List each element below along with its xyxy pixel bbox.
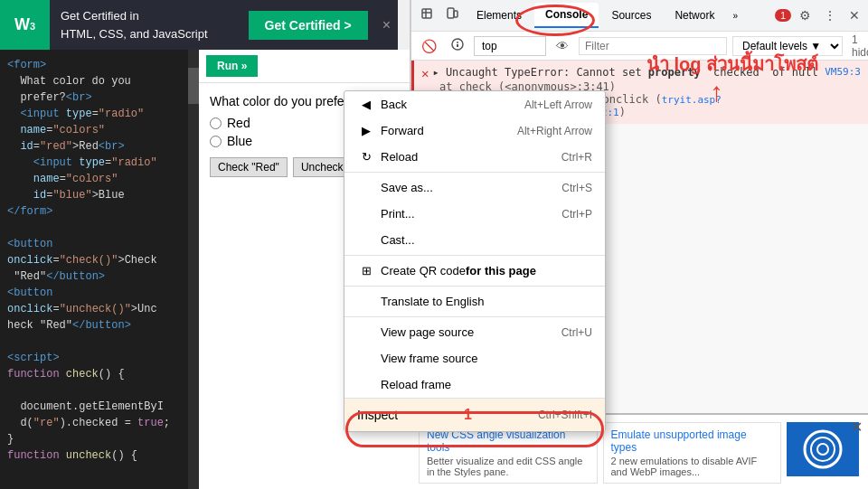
top-context-select[interactable] <box>474 36 546 56</box>
ctx-forward[interactable]: ▶Forward Alt+Right Arrow <box>344 118 605 144</box>
forward-icon: ▶ <box>357 124 375 137</box>
ctx-save-as[interactable]: Save as... Ctrl+S <box>344 174 605 201</box>
svg-point-10 <box>817 444 828 455</box>
banner: W3 Get Certified in HTML, CSS, and JavaS… <box>0 0 398 50</box>
whatsnew-item-2[interactable]: Emulate unsupported image types 2 new em… <box>603 422 782 484</box>
svg-point-9 <box>811 437 835 461</box>
whatsnew-title-2: Emulate unsupported image types <box>611 428 774 454</box>
code-editor: <form> What color do you prefer?<br> <in… <box>0 50 199 489</box>
devtools-filter-bar: 🚫 👁 Default levels ▼ 1 hidden ⚙ <box>411 32 868 61</box>
reload-icon: ↻ <box>357 150 375 164</box>
qr-icon: ⊞ <box>357 264 375 277</box>
ctx-view-source[interactable]: View page source Ctrl+U <box>344 319 605 345</box>
ctx-translate[interactable]: Translate to English <box>344 288 605 315</box>
tab-console[interactable]: Console <box>534 3 599 28</box>
devtools-device-icon[interactable] <box>440 5 464 26</box>
preview-toolbar: Run » <box>199 50 415 83</box>
uncheck-button[interactable]: Uncheck <box>293 157 352 177</box>
error-badge: 1 <box>775 9 791 22</box>
ctx-back[interactable]: ◀Back Alt+Left Arrow <box>344 91 605 118</box>
svg-point-7 <box>457 42 458 43</box>
devtools-settings-btn[interactable]: ⚙ <box>795 6 816 24</box>
left-scrollbar[interactable] <box>188 50 199 489</box>
scrollbar-thumb[interactable] <box>188 68 199 104</box>
ctx-cast[interactable]: Cast... <box>344 227 605 253</box>
console-filter-input[interactable] <box>579 37 727 55</box>
console-filter-btn[interactable] <box>447 36 468 55</box>
context-separator-4 <box>344 316 605 317</box>
banner-text: Get Certified in HTML, CSS, and JavaScri… <box>50 7 249 42</box>
radio-red-label: Red <box>227 116 250 130</box>
context-separator-1 <box>344 172 605 173</box>
tab-network[interactable]: Network <box>664 4 725 27</box>
radio-blue-label: Blue <box>227 134 252 148</box>
context-menu: ◀Back Alt+Left Arrow ▶Forward Alt+Right … <box>344 90 606 432</box>
ctx-qr[interactable]: ⊞ Create QR code for this page <box>344 258 605 284</box>
devtools-close-btn[interactable]: ✕ <box>844 6 864 24</box>
ctx-print[interactable]: Print... Ctrl+P <box>344 201 605 227</box>
code-line: <form> <box>7 57 192 73</box>
context-separator-3 <box>344 286 605 287</box>
whatsnew-title-1: New CSS angle visualization tools <box>427 428 590 454</box>
inspect-label: Inspect <box>357 408 398 422</box>
hidden-count: 1 hidden <box>848 33 868 59</box>
error-main-text: ▸ Uncaught TypeError: Cannot set propert… <box>432 66 821 79</box>
run-button[interactable]: Run » <box>206 55 258 77</box>
ctx-inspect[interactable]: Inspect 1 Ctrl+Shift+I <box>344 398 605 431</box>
radio-red[interactable] <box>210 118 222 129</box>
ctx-view-frame[interactable]: View frame source <box>344 345 605 371</box>
whatsnew-close-btn[interactable]: ✕ <box>851 418 863 436</box>
inspect-number: 1 <box>464 407 472 423</box>
ctx-reload-frame[interactable]: Reload frame <box>344 371 605 398</box>
eye-icon[interactable]: 👁 <box>552 37 573 55</box>
w3schools-logo: W3 <box>0 0 50 50</box>
check-red-button[interactable]: Check "Red" <box>210 157 288 177</box>
devtools-tabs-bar: Elements Console Sources Network » 1 ⚙ ⋮… <box>411 0 868 32</box>
log-level-select[interactable]: Default levels ▼ <box>732 36 843 56</box>
whatsnew-desc-1: Better visualize and edit CSS angle in t… <box>427 456 590 477</box>
inspect-shortcut: Ctrl+Shift+I <box>538 409 592 421</box>
whatsnew-image <box>787 422 859 476</box>
devtools-more-btn[interactable]: ⋮ <box>819 6 841 24</box>
console-clear-btn[interactable]: 🚫 <box>417 37 441 55</box>
svg-rect-0 <box>422 9 431 18</box>
context-separator-2 <box>344 255 605 256</box>
error-link[interactable]: VM59:3 <box>825 66 861 78</box>
svg-rect-4 <box>454 11 458 17</box>
tab-sources[interactable]: Sources <box>600 4 662 27</box>
radio-blue[interactable] <box>210 136 222 147</box>
banner-close-button[interactable]: × <box>375 17 398 33</box>
ctx-reload[interactable]: ↻Reload Ctrl+R <box>344 144 605 170</box>
error-icon: ✕ <box>421 66 429 80</box>
get-certified-button[interactable]: Get Certified > <box>249 11 368 40</box>
tab-elements[interactable]: Elements <box>466 4 533 27</box>
whatsnew-desc-2: 2 new emulations to disable AVIF and Web… <box>611 456 774 477</box>
back-icon: ◀ <box>357 98 375 111</box>
devtools-action-icons: 1 ⚙ ⋮ ✕ <box>775 6 864 24</box>
svg-rect-3 <box>448 8 454 18</box>
tab-more[interactable]: » <box>727 7 743 24</box>
devtools-inspect-icon[interactable] <box>415 5 439 26</box>
